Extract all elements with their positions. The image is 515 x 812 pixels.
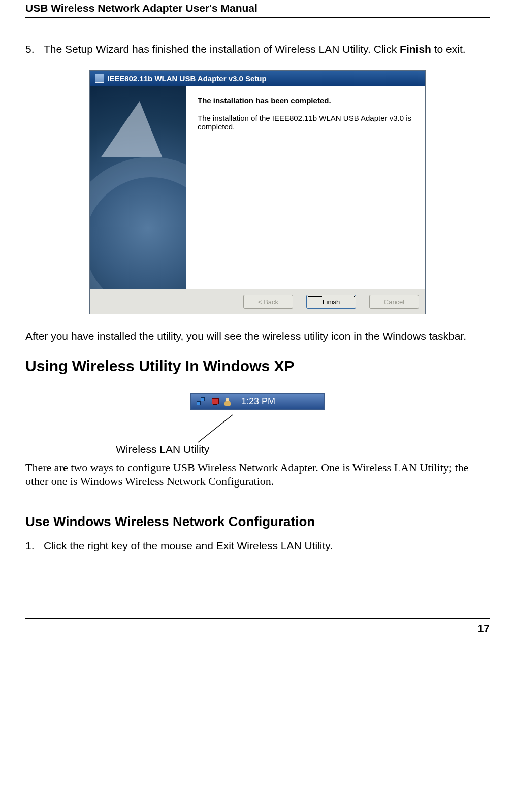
step-5-text-post: to exit. <box>431 43 466 55</box>
installer-body-text: The installation of the IEEE802.11b WLAN… <box>198 114 414 131</box>
step-5-text-pre: The Setup Wizard has finished the instal… <box>44 43 400 55</box>
cancel-button: Cancel <box>369 295 419 309</box>
step-1-text: Click the right key of the mouse and Exi… <box>44 540 333 552</box>
after-install-text: After you have installed the utility, yo… <box>25 330 490 343</box>
installer-window: IEEE802.11b WLAN USB Adapter v3.0 Setup … <box>89 70 426 314</box>
step-1-number: 1. <box>25 540 44 552</box>
installer-title: IEEE802.11b WLAN USB Adapter v3.0 Setup <box>107 74 267 83</box>
page-footer: 17 <box>25 618 490 634</box>
step-5-text: The Setup Wizard has finished the instal… <box>44 43 490 56</box>
installer-headline: The installation has been completed. <box>198 96 414 105</box>
callout-label: Wireless LAN Utility <box>116 443 209 456</box>
network-icon[interactable] <box>196 396 206 406</box>
page-number: 17 <box>478 622 490 634</box>
step-5-text-bold: Finish <box>400 43 431 55</box>
svg-line-0 <box>198 415 233 442</box>
installer-titlebar: IEEE802.11b WLAN USB Adapter v3.0 Setup <box>90 71 425 86</box>
back-button: < Back <box>243 295 293 309</box>
installer-sidebar-image <box>90 86 186 289</box>
tray-clock: 1:23 PM <box>241 396 275 407</box>
heading-use-config: Use Windows Wireless Network Configurati… <box>25 514 490 530</box>
page-header: USB Wireless Network Adapter User's Manu… <box>25 0 490 18</box>
installer-icon <box>95 74 104 83</box>
callout: Wireless LAN Utility <box>25 415 490 456</box>
users-icon[interactable] <box>224 396 234 406</box>
callout-line-icon <box>193 413 254 445</box>
installer-body: The installation has been completed. The… <box>90 86 425 289</box>
two-ways-text: There are two ways to configure USB Wire… <box>25 461 490 489</box>
step-5: 5. The Setup Wizard has finished the ins… <box>25 43 490 56</box>
finish-button[interactable]: Finish <box>306 295 356 309</box>
installer-button-row: < Back Finish Cancel <box>90 289 425 314</box>
installer-content: The installation has been completed. The… <box>186 86 425 289</box>
wireless-lan-utility-icon[interactable] <box>210 396 220 406</box>
heading-windows-xp: Using Wireless Utility In Windows XP <box>25 358 490 375</box>
step-1: 1. Click the right key of the mouse and … <box>25 540 490 552</box>
step-5-number: 5. <box>25 43 44 56</box>
back-button-label: < Back <box>258 298 278 306</box>
system-tray: 1:23 PM <box>190 393 325 410</box>
